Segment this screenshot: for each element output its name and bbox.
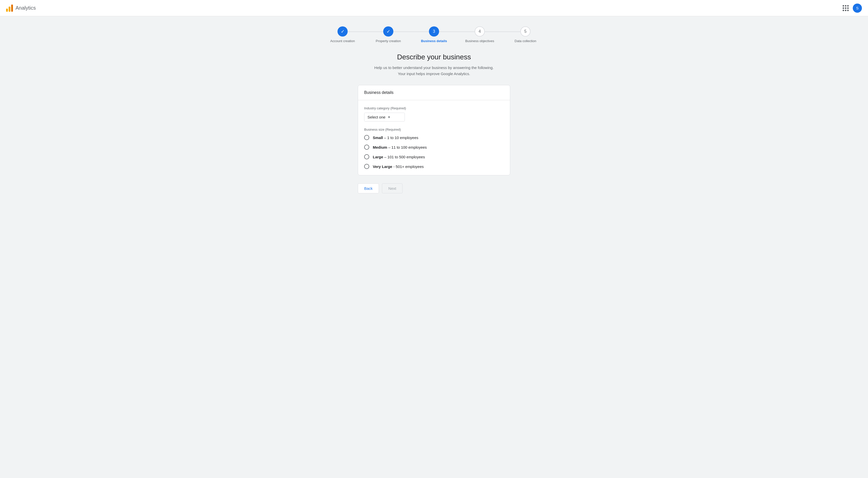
- step-2-label: Property creation: [376, 39, 401, 43]
- business-size-radio-group: Small – 1 to 10 employees Medium – 11 to…: [364, 135, 504, 169]
- size-label-medium: Medium – 11 to 100 employees: [373, 145, 427, 149]
- chevron-down-icon: ▼: [388, 115, 391, 119]
- header: Analytics S: [0, 0, 868, 16]
- size-label-small: Small – 1 to 10 employees: [373, 135, 418, 140]
- radio-circle-very-large: [364, 164, 369, 169]
- industry-select-wrapper: Select one ▼: [364, 113, 405, 122]
- user-avatar[interactable]: S: [853, 4, 862, 13]
- app-title: Analytics: [16, 5, 36, 11]
- step-account-creation: ✓ Account creation: [320, 26, 366, 43]
- analytics-logo: [6, 5, 13, 12]
- subtitle-line-2: Your input helps improve Google Analytic…: [398, 72, 470, 76]
- next-button[interactable]: Next: [382, 183, 403, 193]
- radio-circle-medium: [364, 145, 369, 150]
- step-property-creation: ✓ Property creation: [366, 26, 411, 43]
- radio-circle-large: [364, 154, 369, 159]
- select-value: Select one: [368, 115, 385, 119]
- step-data-collection: 5 Data collection: [502, 26, 548, 43]
- card-body: Industry category (Required) Select one …: [358, 100, 510, 175]
- step-4-label: Business objectives: [465, 39, 494, 43]
- card-header: Business details: [358, 85, 510, 100]
- size-label-very-large: Very Large - 501+ employees: [373, 164, 424, 169]
- logo-bar-1: [6, 9, 8, 12]
- stepper-container: ✓ Account creation ✓ Property creation 3…: [0, 16, 868, 50]
- step-3-label: Business details: [421, 39, 447, 43]
- step-2-circle: ✓: [383, 26, 393, 37]
- step-business-objectives: 4 Business objectives: [457, 26, 502, 43]
- header-left: Analytics: [6, 5, 36, 12]
- size-option-large[interactable]: Large – 101 to 500 employees: [364, 154, 504, 159]
- step-1-label: Account creation: [331, 39, 355, 43]
- logo-bar-2: [9, 7, 10, 12]
- step-5-label: Data collection: [515, 39, 536, 43]
- industry-category-label: Industry category (Required): [364, 106, 504, 110]
- step-1-circle: ✓: [338, 26, 348, 37]
- subtitle-line-1: Help us to better understand your busine…: [374, 65, 494, 70]
- step-5-circle: 5: [520, 26, 530, 37]
- step-business-details: 3 Business details: [411, 26, 457, 43]
- back-button[interactable]: Back: [358, 183, 379, 193]
- size-option-small[interactable]: Small – 1 to 10 employees: [364, 135, 504, 140]
- apps-icon[interactable]: [843, 5, 849, 11]
- business-details-card: Business details Industry category (Requ…: [358, 85, 510, 175]
- size-label-large: Large – 101 to 500 employees: [373, 155, 425, 159]
- main-content: Describe your business Help us to better…: [0, 50, 868, 209]
- page-subtitle: Help us to better understand your busine…: [374, 65, 494, 77]
- logo-bar-3: [11, 5, 13, 12]
- page-title: Describe your business: [397, 53, 471, 61]
- action-buttons: Back Next: [358, 183, 510, 193]
- step-3-circle: 3: [429, 26, 439, 37]
- industry-select-button[interactable]: Select one ▼: [364, 113, 405, 122]
- size-option-medium[interactable]: Medium – 11 to 100 employees: [364, 145, 504, 150]
- business-size-label: Business size (Required): [364, 128, 504, 131]
- header-right: S: [843, 4, 862, 13]
- step-4-circle: 4: [475, 26, 485, 37]
- radio-circle-small: [364, 135, 369, 140]
- size-option-very-large[interactable]: Very Large - 501+ employees: [364, 164, 504, 169]
- stepper: ✓ Account creation ✓ Property creation 3…: [320, 26, 548, 43]
